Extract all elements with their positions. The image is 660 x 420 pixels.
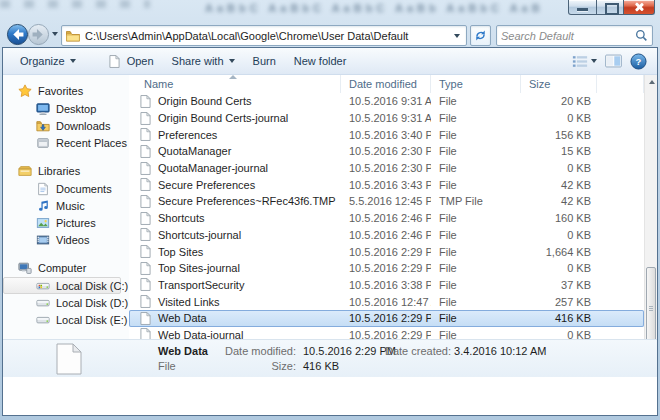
burn-button[interactable]: Burn [244,51,285,71]
file-row[interactable]: Secure Preferences~RFec43f6.TMP5.5.2016 … [129,193,644,210]
file-row[interactable]: Secure Preferences10.5.2016 3:43 PMFile4… [129,176,644,193]
sidebar-item-local-disk-c[interactable]: Local Disk (C:) [3,277,121,294]
sidebar-item-favorites[interactable]: Favorites [3,82,129,100]
file-name: Visited Links [158,296,220,308]
file-size: 160 KB [521,212,597,224]
file-row[interactable]: Origin Bound Certs10.5.2016 9:31 AMFile2… [129,93,644,110]
sidebar: FavoritesDesktopDownloadsRecent PlacesLi… [3,75,129,377]
sidebar-label: Recent Places [56,137,127,149]
sidebar-item-computer[interactable]: Computer [3,259,129,277]
help-icon: ? [630,53,647,70]
column-header-size[interactable]: Size [521,75,597,93]
views-icon [572,55,588,68]
sidebar-item-local-disk-e[interactable]: Local Disk (E:) [3,311,121,328]
file-row[interactable]: QuotaManager-journal10.5.2016 2:30 PMFil… [129,160,644,177]
sidebar-label: Libraries [38,165,80,177]
file-size: 0 KB [521,262,597,274]
file-icon [138,178,152,192]
organize-button[interactable]: Organize [11,51,85,71]
file-date-modified: 10.5.2016 3:38 PM [341,279,431,291]
vertical-scrollbar[interactable] [644,75,657,377]
sidebar-label: Computer [38,262,86,274]
maximize-button[interactable] [597,0,624,15]
sidebar-item-local-disk-d[interactable]: Local Disk (D:) [3,294,121,311]
file-row[interactable]: Shortcuts-journal10.5.2016 2:46 PMFile0 … [129,227,644,244]
sidebar-item-videos[interactable]: Videos [3,231,121,248]
file-list: Origin Bound Certs10.5.2016 9:31 AMFile2… [129,93,644,377]
sidebar-item-documents[interactable]: Documents [3,180,121,197]
file-name: Secure Preferences [158,179,255,191]
file-row[interactable]: Origin Bound Certs-journal10.5.2016 9:31… [129,110,644,127]
file-list-pane: Name Date modified Type Size Origin Boun… [129,75,657,377]
file-row[interactable]: Top Sites-journal10.5.2016 2:29 PMFile0 … [129,260,644,277]
file-row[interactable]: Preferences10.5.2016 3:40 PMFile156 KB [129,126,644,143]
background-blur-text: AaBbC AaBbC AaBbC AaBb AaBbC AaB [205,2,565,14]
sidebar-label: Downloads [56,120,110,132]
open-button[interactable]: Open [99,50,163,72]
file-name: Origin Bound Certs [158,95,252,107]
sidebar-item-downloads[interactable]: Downloads [3,117,121,134]
file-row[interactable]: Visited Links10.5.2016 12:47 AMFile257 K… [129,293,644,310]
file-icon [138,261,152,275]
sidebar-item-pictures[interactable]: Pictures [3,214,121,231]
back-button[interactable] [6,23,29,46]
sidebar-item-libraries[interactable]: Libraries [3,162,129,180]
file-date-modified: 10.5.2016 3:43 PM [341,179,431,191]
column-header-type[interactable]: Type [431,75,521,93]
file-size: 15 KB [521,145,597,157]
file-icon [138,278,152,292]
new-folder-label: New folder [294,55,347,67]
libraries-icon [18,164,32,178]
file-name: Shortcuts-journal [158,229,241,241]
help-button[interactable]: ? [630,53,647,70]
file-size: 37 KB [521,279,597,291]
file-row[interactable]: TransportSecurity10.5.2016 3:38 PMFile37… [129,277,644,294]
search-input[interactable] [501,30,634,42]
minimize-button[interactable] [568,0,597,15]
burn-label: Burn [253,55,276,67]
sidebar-item-music[interactable]: Music [3,197,121,214]
file-icon [138,144,152,158]
change-view-button[interactable] [572,55,597,68]
address-path: C:\Users\Admin\AppData\Local\Google\Chro… [85,30,449,42]
file-row[interactable]: Top Sites10.5.2016 2:29 PMFile1,664 KB [129,243,644,260]
share-with-button[interactable]: Share with [163,51,244,71]
file-row[interactable]: Web Data10.5.2016 2:29 PMFile416 KB [129,310,644,327]
file-type: File [431,145,521,157]
refresh-button[interactable] [470,25,491,46]
file-date-modified: 10.5.2016 2:29 PM [341,246,431,258]
file-icon [138,194,152,208]
disk-icon [36,296,50,310]
search-icon [634,29,648,43]
new-folder-button[interactable]: New folder [285,51,356,71]
computer-icon [18,261,32,275]
address-history-dropdown[interactable] [449,26,464,45]
sort-ascending-icon [229,75,237,79]
details-date-created: Date created:3.4.2016 10:12 AM [385,345,546,357]
details-date-modified: Date modified:10.5.2016 2:29 PM [218,345,396,357]
file-type: File [431,95,521,107]
sidebar-item-recent-places[interactable]: Recent Places [3,134,121,151]
file-name: Origin Bound Certs-journal [158,112,288,124]
file-row[interactable]: Shortcuts10.5.2016 2:46 PMFile160 KB [129,210,644,227]
close-button[interactable] [624,0,655,15]
column-header-name[interactable]: Name [129,75,341,93]
music-icon [36,199,50,213]
command-toolbar: Organize Open Share with Burn New folder [3,48,657,75]
file-type: File [431,179,521,191]
search-box[interactable] [496,25,653,46]
file-icon [138,311,152,325]
preview-pane-button[interactable] [605,54,622,68]
desktop-icon [36,102,50,116]
column-header-date-modified[interactable]: Date modified [341,75,431,93]
file-size: 42 KB [521,179,597,191]
file-icon [138,295,152,309]
forward-button[interactable] [27,23,50,46]
recent-pages-dropdown[interactable] [52,32,58,36]
sidebar-item-desktop[interactable]: Desktop [3,100,121,117]
file-row[interactable]: QuotaManager10.5.2016 2:30 PMFile15 KB [129,143,644,160]
address-bar[interactable]: C:\Users\Admin\AppData\Local\Google\Chro… [61,25,467,46]
file-date-modified: 10.5.2016 3:40 PM [341,129,431,141]
scroll-up-button[interactable] [645,75,658,88]
file-size: 0 KB [521,229,597,241]
